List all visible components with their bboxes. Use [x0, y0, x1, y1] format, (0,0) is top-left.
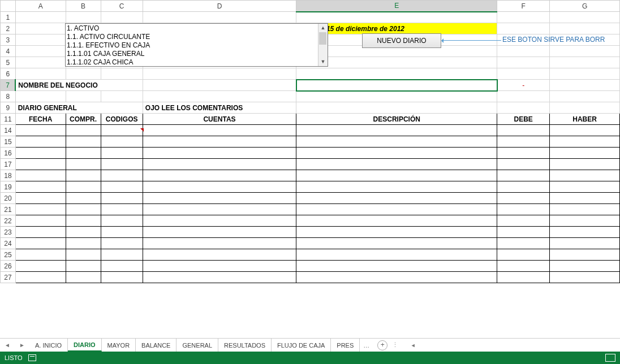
cell-E23[interactable]	[296, 227, 497, 238]
tab-nav-next-icon[interactable]: ►	[15, 342, 29, 348]
comment-indicator-icon[interactable]	[140, 128, 144, 132]
cell-F16[interactable]	[497, 148, 550, 159]
cell-C22[interactable]	[101, 215, 143, 227]
cell-G18[interactable]	[550, 170, 620, 181]
cell-F17[interactable]	[497, 159, 550, 170]
cell-A14[interactable]	[15, 125, 66, 136]
cell-C17[interactable]	[101, 159, 143, 170]
cell-E19[interactable]	[296, 181, 497, 193]
cell-G8[interactable]	[550, 91, 620, 102]
cell-E16[interactable]	[296, 148, 497, 159]
cell-A19[interactable]	[15, 181, 66, 193]
tab-menu-icon[interactable]: ⋮	[388, 341, 403, 349]
cell-B24[interactable]	[66, 238, 101, 249]
cell-B20[interactable]	[66, 193, 101, 204]
cell-B8[interactable]	[66, 91, 101, 102]
cell-C6[interactable]	[101, 68, 143, 80]
cell-B18[interactable]	[66, 170, 101, 181]
sheet-tab-general[interactable]: GENERAL	[176, 339, 218, 352]
cell-E20[interactable]	[296, 193, 497, 204]
cell-A27[interactable]	[15, 272, 66, 283]
cell-G22[interactable]	[550, 215, 620, 227]
row-header-22[interactable]: 22	[1, 215, 16, 227]
cell-D26[interactable]	[143, 261, 296, 272]
row-header-24[interactable]: 24	[1, 238, 16, 249]
row-header-14[interactable]: 14	[1, 125, 16, 136]
nuevo-diario-button[interactable]: NUEVO DIARIO	[362, 33, 441, 48]
sheet-tab-mayor[interactable]: MAYOR	[102, 339, 136, 352]
sheet-tab-a-inicio[interactable]: A. INICIO	[29, 339, 68, 352]
cell-G17[interactable]	[550, 159, 620, 170]
col-header-A[interactable]: A	[15, 1, 66, 12]
cell-D25[interactable]	[143, 249, 296, 261]
cell-F22[interactable]	[497, 215, 550, 227]
scroll-thumb[interactable]	[319, 32, 326, 45]
cell-C21[interactable]	[101, 204, 143, 215]
cell-C14[interactable]	[101, 125, 143, 136]
cell-E1[interactable]	[296, 12, 497, 23]
tab-more-icon[interactable]: …	[360, 342, 373, 349]
row-header-27[interactable]: 27	[1, 272, 16, 283]
cell-C25[interactable]	[101, 249, 143, 261]
select-all-cell[interactable]	[1, 1, 16, 12]
dropdown-item[interactable]: 1.1.1.02 CAJA CHICA	[67, 58, 317, 66]
cell-G5[interactable]	[550, 57, 620, 68]
cell-E6[interactable]	[296, 68, 497, 80]
cell-A6[interactable]	[15, 68, 66, 80]
tab-nav-prev-icon[interactable]: ◄	[0, 342, 15, 348]
sheet-tab-resultados[interactable]: RESULTADOS	[218, 339, 272, 352]
cell-G23[interactable]	[550, 227, 620, 238]
cell-F19[interactable]	[497, 181, 550, 193]
col-header-F[interactable]: F	[497, 1, 550, 12]
scroll-up-icon[interactable]: ▲	[318, 24, 328, 32]
cell-A9[interactable]: DIARIO GENERAL	[15, 102, 143, 114]
cell-F20[interactable]	[497, 193, 550, 204]
cell-G25[interactable]	[550, 249, 620, 261]
cell-D21[interactable]	[143, 204, 296, 215]
row-header-15[interactable]: 15	[1, 136, 16, 148]
cell-D18[interactable]	[143, 170, 296, 181]
cell-B6[interactable]	[66, 68, 101, 80]
row-header-3[interactable]: 3	[1, 34, 16, 46]
cell-B17[interactable]	[66, 159, 101, 170]
cell-C24[interactable]	[101, 238, 143, 249]
cell-D8[interactable]	[143, 91, 296, 102]
dropdown-item[interactable]: 1.1.1.01 CAJA GENERAL	[67, 50, 317, 58]
cell-D16[interactable]	[143, 148, 296, 159]
cell-F11[interactable]: DEBE	[497, 114, 550, 125]
cell-F9[interactable]	[497, 102, 550, 114]
dropdown-scrollbar[interactable]: ▲ ▼	[318, 24, 328, 66]
cell-E22[interactable]	[296, 215, 497, 227]
view-normal-icon[interactable]	[605, 354, 615, 362]
cell-G6[interactable]	[550, 68, 620, 80]
cell-F7[interactable]: -	[497, 80, 550, 91]
cell-F14[interactable]	[497, 125, 550, 136]
cell-D24[interactable]	[143, 238, 296, 249]
cell-E18[interactable]	[296, 170, 497, 181]
cell-C1[interactable]	[101, 12, 143, 23]
dropdown-item[interactable]: 1. ACTIVO	[67, 24, 317, 33]
cell-G15[interactable]	[550, 136, 620, 148]
cell-E25[interactable]	[296, 249, 497, 261]
row-header-17[interactable]: 17	[1, 159, 16, 170]
cell-E15[interactable]	[296, 136, 497, 148]
cell-F26[interactable]	[497, 261, 550, 272]
cell-F24[interactable]	[497, 238, 550, 249]
cell-C8[interactable]	[101, 91, 143, 102]
cell-D17[interactable]	[143, 159, 296, 170]
cell-A20[interactable]	[15, 193, 66, 204]
cell-C11[interactable]: CODIGOS	[101, 114, 143, 125]
cell-D7[interactable]	[143, 80, 296, 91]
cell-B19[interactable]	[66, 181, 101, 193]
cell-F25[interactable]	[497, 249, 550, 261]
row-header-18[interactable]: 18	[1, 170, 16, 181]
cell-G9[interactable]	[550, 102, 620, 114]
dropdown-item[interactable]: 1.1.1. EFECTIVO EN CAJA	[67, 41, 317, 50]
cell-A18[interactable]	[15, 170, 66, 181]
cell-A23[interactable]	[15, 227, 66, 238]
cell-B16[interactable]	[66, 148, 101, 159]
cell-B23[interactable]	[66, 227, 101, 238]
cell-D19[interactable]	[143, 181, 296, 193]
cell-F21[interactable]	[497, 204, 550, 215]
cell-B22[interactable]	[66, 215, 101, 227]
